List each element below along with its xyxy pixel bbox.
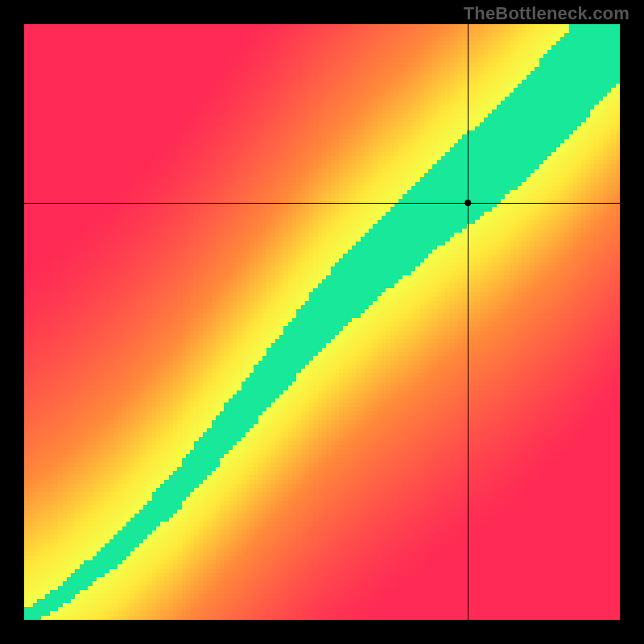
watermark-text: TheBottleneck.com [464, 3, 630, 24]
bottleneck-heatmap [24, 24, 620, 620]
chart-container: TheBottleneck.com [0, 0, 644, 644]
